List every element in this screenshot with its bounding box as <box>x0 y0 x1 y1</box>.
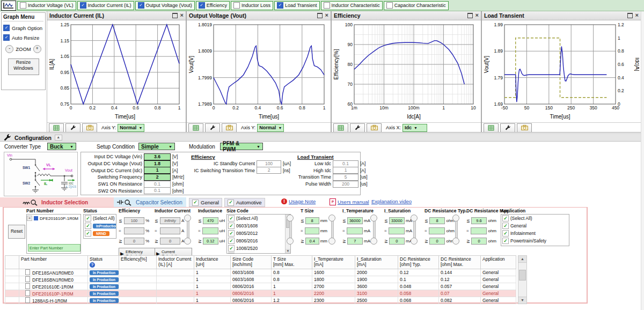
range-field[interactable]: 0.12 <box>203 238 218 245</box>
toolbar-toggle-5[interactable]: ✓Load Transient <box>274 1 320 10</box>
param-field[interactable]: 1 <box>333 167 358 174</box>
checkbox-option[interactable]: ✓0806/2016 <box>227 237 285 245</box>
column-header[interactable]: Efficiency[%] <box>119 256 157 269</box>
checkbox-option[interactable]: ✓0805/2012 <box>227 230 285 237</box>
range-field[interactable] <box>471 227 487 234</box>
param-field[interactable]: 1.8 <box>144 160 171 167</box>
column-header[interactable]: T Size [mm] Max. <box>272 256 312 269</box>
axis-y-select[interactable]: Normal▼ <box>257 124 284 132</box>
column-header[interactable]: I_Temperature [mA] <box>312 256 355 269</box>
range-field[interactable] <box>124 227 144 234</box>
maximize-icon[interactable] <box>317 13 323 18</box>
close-icon[interactable]: × <box>635 12 639 18</box>
toolbar-toggle-6[interactable]: Inductor Characteristic <box>321 1 383 10</box>
checkbox-option[interactable]: ✓(Select All) <box>227 215 285 222</box>
slider-handle-min[interactable] <box>328 238 335 245</box>
slider-handle-max[interactable] <box>411 215 418 222</box>
export-data-button[interactable] <box>49 123 64 132</box>
column-header[interactable]: Application <box>481 256 516 269</box>
status-option[interactable]: ✓(Select All) <box>84 215 116 222</box>
table-row[interactable]: 1288AS-H-1R0MIn Production10806/20161.22… <box>5 297 516 304</box>
snapshot-button[interactable] <box>222 123 237 132</box>
param-field[interactable]: 0.1 <box>144 181 171 188</box>
toolbar-toggle-3[interactable]: ✓Efficiency <box>196 1 230 10</box>
status-help-icon[interactable]: ? <box>90 262 95 268</box>
range-field[interactable]: 0 <box>160 238 180 245</box>
maximize-icon[interactable] <box>172 13 178 18</box>
checkbox-option[interactable]: ✓Powertrain/Safety <box>501 237 569 245</box>
table-row[interactable]: DFE18SAN1R0ME0In Production10603/16080.8… <box>5 269 516 276</box>
range-slider[interactable] <box>184 215 191 245</box>
collapse-icon[interactable]: ▲ <box>55 135 62 141</box>
range-field[interactable]: Infinity <box>160 217 180 224</box>
export-data-button[interactable] <box>188 123 203 132</box>
range-field[interactable]: 8 <box>305 217 319 224</box>
range-field[interactable] <box>347 227 363 234</box>
column-header[interactable]: Status? <box>88 256 119 269</box>
page-scrollbar[interactable] <box>641 11 644 310</box>
tab-capacitor-selection[interactable]: Capacitor Selection <box>114 197 186 207</box>
column-header[interactable]: DC Resistance [ohm] Max. <box>439 256 481 269</box>
status-option[interactable]: ✓InProduction <box>84 222 116 230</box>
scroll-up-icon[interactable]: ▲ <box>518 256 526 263</box>
range-field[interactable]: 0 <box>124 238 144 245</box>
range-field[interactable]: 9.6 <box>471 217 487 224</box>
general-checkbox[interactable]: ✓ General <box>189 198 222 207</box>
checkbox-option[interactable]: ✓1206/3216 <box>227 252 285 254</box>
axis-x-select[interactable]: Idc▼ <box>402 124 427 132</box>
slider-handle-min[interactable] <box>452 238 459 245</box>
range-slider[interactable] <box>411 215 417 245</box>
column-header[interactable] <box>5 256 19 269</box>
toolbar-toggle-1[interactable]: ✓Inductor Current (IL) <box>77 1 134 10</box>
slider-handle-max[interactable] <box>184 215 191 222</box>
range-field[interactable]: 36000 <box>347 217 363 224</box>
slider-handle-max[interactable] <box>328 215 335 222</box>
graph-settings-button[interactable] <box>65 123 80 132</box>
slider-handle-max[interactable] <box>370 215 377 222</box>
toolbar-toggle-0[interactable]: Inductor Voltage (VL) <box>17 1 76 10</box>
slider-handle-max[interactable] <box>452 215 459 222</box>
column-header[interactable]: Part Number <box>19 256 88 269</box>
checkbox-option[interactable]: ✓(Select All) <box>501 215 569 222</box>
param-field[interactable]: 0.1 <box>144 187 171 194</box>
snapshot-button[interactable] <box>517 123 532 132</box>
range-field[interactable] <box>160 227 180 234</box>
slider-handle-min[interactable] <box>411 238 418 245</box>
converter-type-select[interactable]: Buck▼ <box>47 143 76 150</box>
graph-menu-option-1[interactable]: ✓Auto Resize <box>3 34 43 41</box>
range-field[interactable]: 0 <box>389 238 405 245</box>
slider-handle-max[interactable] <box>287 215 294 222</box>
toolbar-toggle-4[interactable]: Inductor Loss <box>231 1 273 10</box>
scroll-down-icon[interactable]: ▼ <box>518 297 526 304</box>
table-row[interactable]: DFE201610P-1R0MIn Production10806/201612… <box>5 290 516 297</box>
reset-button[interactable]: Reset <box>8 225 25 239</box>
table-row[interactable]: DFE201610E-1R0MIn Production10806/201612… <box>5 283 516 290</box>
close-icon[interactable]: × <box>475 12 479 18</box>
explanation-video-link[interactable]: Explanation video <box>371 198 412 204</box>
param-field[interactable]: 2 <box>257 167 281 174</box>
close-icon[interactable]: × <box>180 12 184 18</box>
range-field[interactable]: 0 <box>471 238 487 245</box>
slider-handle-min[interactable] <box>287 238 294 245</box>
range-field[interactable] <box>389 227 405 234</box>
range-field[interactable] <box>429 227 445 234</box>
param-field[interactable]: 1 <box>144 167 171 174</box>
toolbar-toggle-2[interactable]: ✓Output Voltage (Vout) <box>135 1 195 10</box>
export-data-button[interactable] <box>484 123 499 132</box>
maximize-icon[interactable] <box>627 13 633 18</box>
tab-inductor-selection[interactable]: Inductor Selection <box>0 197 114 207</box>
range-field[interactable]: 0.4 <box>305 238 319 245</box>
export-data-button[interactable] <box>333 123 348 132</box>
selected-part-chip[interactable]: × DFE201610P-1R0M <box>27 216 80 221</box>
range-field[interactable]: 470 <box>203 217 218 224</box>
range-field[interactable]: 33000 <box>389 217 405 224</box>
range-slider[interactable] <box>287 215 293 245</box>
checkbox-option[interactable]: ✓General <box>501 222 569 230</box>
resize-windows-button[interactable]: Resize Windows <box>8 58 39 75</box>
slider-handle-min[interactable] <box>184 238 191 245</box>
column-header[interactable]: Size Code [inch/mm] <box>231 256 272 269</box>
range-field[interactable]: 0 <box>429 238 445 245</box>
param-field[interactable]: 200 <box>333 181 358 188</box>
automotive-checkbox[interactable]: ✓ Automotive <box>224 198 265 207</box>
range-field[interactable]: 100 <box>124 217 144 224</box>
